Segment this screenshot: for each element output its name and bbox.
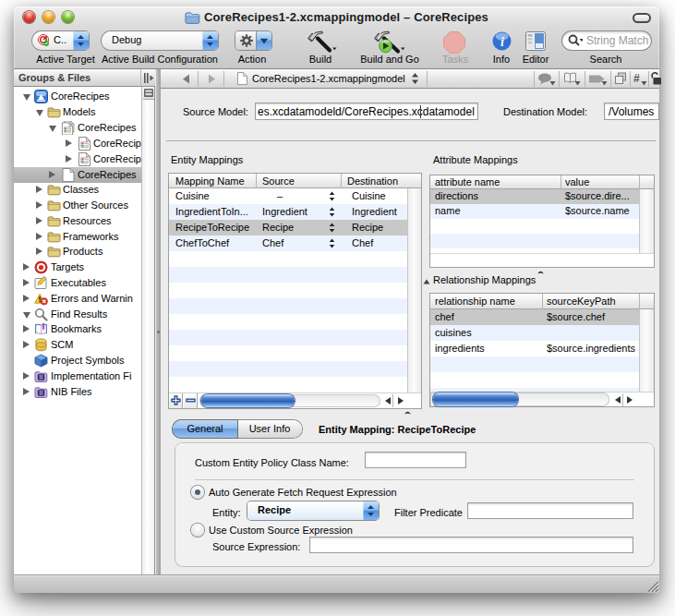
svg-text:i: i [500,35,504,49]
